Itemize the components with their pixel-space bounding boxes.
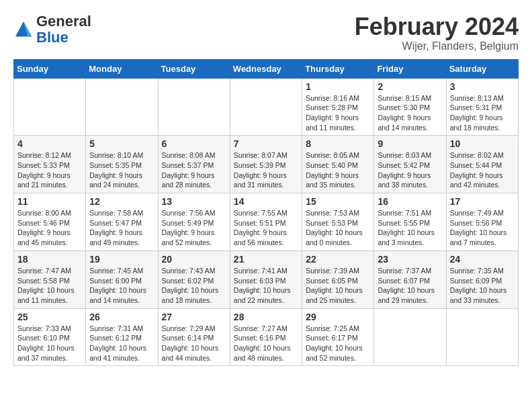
cell-w3-d6: 24Sunrise: 7:35 AMSunset: 6:09 PMDayligh…: [446, 250, 518, 308]
day-number: 26: [89, 312, 154, 322]
day-info: Sunrise: 8:16 AMSunset: 5:28 PMDaylight:…: [306, 93, 370, 133]
day-info: Sunrise: 8:07 AMSunset: 5:39 PMDaylight:…: [234, 150, 298, 190]
cell-w4-d0: 25Sunrise: 7:33 AMSunset: 6:10 PMDayligh…: [14, 308, 86, 366]
day-number: 10: [450, 138, 515, 149]
day-number: 20: [162, 254, 226, 265]
day-info: Sunrise: 7:53 AMSunset: 5:53 PMDaylight:…: [306, 208, 370, 248]
logo-general: General: [36, 13, 91, 30]
day-info: Sunrise: 8:08 AMSunset: 5:37 PMDaylight:…: [162, 150, 226, 190]
cell-w0-d5: 2Sunrise: 8:15 AMSunset: 5:30 PMDaylight…: [374, 78, 446, 136]
day-number: 22: [306, 254, 370, 265]
day-number: 13: [162, 196, 226, 207]
day-info: Sunrise: 8:05 AMSunset: 5:40 PMDaylight:…: [306, 150, 370, 190]
logo-icon: [13, 19, 34, 40]
cell-w3-d2: 20Sunrise: 7:43 AMSunset: 6:02 PMDayligh…: [158, 250, 230, 308]
day-info: Sunrise: 7:33 AMSunset: 6:10 PMDaylight:…: [17, 324, 82, 363]
day-info: Sunrise: 7:39 AMSunset: 6:05 PMDaylight:…: [306, 266, 370, 306]
day-info: Sunrise: 8:00 AMSunset: 5:46 PMDaylight:…: [17, 208, 82, 248]
week-row-1: 4Sunrise: 8:12 AMSunset: 5:33 PMDaylight…: [14, 136, 519, 193]
day-number: 1: [306, 81, 370, 92]
week-row-2: 11Sunrise: 8:00 AMSunset: 5:46 PMDayligh…: [14, 193, 519, 251]
cell-w4-d3: 28Sunrise: 7:27 AMSunset: 6:16 PMDayligh…: [230, 308, 302, 366]
week-row-4: 25Sunrise: 7:33 AMSunset: 6:10 PMDayligh…: [14, 308, 519, 366]
logo: General Blue: [13, 13, 91, 46]
day-info: Sunrise: 7:55 AMSunset: 5:51 PMDaylight:…: [234, 208, 298, 248]
day-info: Sunrise: 7:45 AMSunset: 6:00 PMDaylight:…: [89, 266, 154, 306]
calendar-table: Sunday Monday Tuesday Wednesday Thursday…: [13, 59, 519, 367]
cell-w2-d1: 12Sunrise: 7:58 AMSunset: 5:47 PMDayligh…: [86, 193, 158, 251]
day-info: Sunrise: 8:03 AMSunset: 5:42 PMDaylight:…: [378, 150, 442, 190]
day-info: Sunrise: 7:56 AMSunset: 5:49 PMDaylight:…: [162, 208, 226, 248]
day-number: 17: [450, 196, 515, 207]
cell-w4-d2: 27Sunrise: 7:29 AMSunset: 6:14 PMDayligh…: [158, 308, 230, 366]
day-info: Sunrise: 7:31 AMSunset: 6:12 PMDaylight:…: [89, 324, 154, 363]
day-info: Sunrise: 7:27 AMSunset: 6:16 PMDaylight:…: [234, 324, 298, 363]
day-number: 27: [162, 312, 226, 322]
cell-w1-d5: 9Sunrise: 8:03 AMSunset: 5:42 PMDaylight…: [374, 136, 446, 193]
cell-w0-d3: [230, 78, 302, 136]
day-info: Sunrise: 7:47 AMSunset: 5:58 PMDaylight:…: [17, 266, 82, 306]
cell-w3-d0: 18Sunrise: 7:47 AMSunset: 5:58 PMDayligh…: [14, 250, 86, 308]
day-info: Sunrise: 8:12 AMSunset: 5:33 PMDaylight:…: [17, 150, 82, 190]
cell-w1-d3: 7Sunrise: 8:07 AMSunset: 5:39 PMDaylight…: [230, 136, 302, 193]
day-info: Sunrise: 8:10 AMSunset: 5:35 PMDaylight:…: [89, 150, 154, 190]
day-number: 15: [306, 196, 370, 207]
cell-w2-d6: 17Sunrise: 7:49 AMSunset: 5:56 PMDayligh…: [446, 193, 518, 251]
cell-w1-d1: 5Sunrise: 8:10 AMSunset: 5:35 PMDaylight…: [86, 136, 158, 193]
cell-w1-d6: 10Sunrise: 8:02 AMSunset: 5:44 PMDayligh…: [446, 136, 518, 193]
col-sunday: Sunday: [14, 59, 86, 78]
day-info: Sunrise: 7:51 AMSunset: 5:55 PMDaylight:…: [378, 208, 442, 248]
cell-w0-d1: [86, 78, 158, 136]
cell-w2-d3: 14Sunrise: 7:55 AMSunset: 5:51 PMDayligh…: [230, 193, 302, 251]
header-row: Sunday Monday Tuesday Wednesday Thursday…: [14, 59, 519, 78]
day-info: Sunrise: 7:37 AMSunset: 6:07 PMDaylight:…: [378, 266, 442, 306]
day-info: Sunrise: 7:35 AMSunset: 6:09 PMDaylight:…: [450, 266, 515, 306]
day-number: 25: [17, 312, 82, 322]
col-monday: Monday: [86, 59, 158, 78]
cell-w0-d6: 3Sunrise: 8:13 AMSunset: 5:31 PMDaylight…: [446, 78, 518, 136]
day-info: Sunrise: 7:41 AMSunset: 6:03 PMDaylight:…: [234, 266, 298, 306]
logo-blue: Blue: [36, 29, 69, 46]
day-info: Sunrise: 7:49 AMSunset: 5:56 PMDaylight:…: [450, 208, 515, 248]
day-info: Sunrise: 7:58 AMSunset: 5:47 PMDaylight:…: [89, 208, 154, 248]
cell-w3-d3: 21Sunrise: 7:41 AMSunset: 6:03 PMDayligh…: [230, 250, 302, 308]
cell-w2-d0: 11Sunrise: 8:00 AMSunset: 5:46 PMDayligh…: [14, 193, 86, 251]
cell-w1-d0: 4Sunrise: 8:12 AMSunset: 5:33 PMDaylight…: [14, 136, 86, 193]
day-number: 8: [306, 138, 370, 149]
week-row-0: 1Sunrise: 8:16 AMSunset: 5:28 PMDaylight…: [14, 78, 519, 136]
day-number: 23: [378, 254, 442, 265]
week-row-3: 18Sunrise: 7:47 AMSunset: 5:58 PMDayligh…: [14, 250, 519, 308]
day-number: 2: [378, 81, 442, 92]
cell-w2-d5: 16Sunrise: 7:51 AMSunset: 5:55 PMDayligh…: [374, 193, 446, 251]
col-friday: Friday: [374, 59, 446, 78]
cell-w2-d2: 13Sunrise: 7:56 AMSunset: 5:49 PMDayligh…: [158, 193, 230, 251]
calendar-header: Sunday Monday Tuesday Wednesday Thursday…: [14, 59, 519, 78]
day-number: 7: [234, 138, 298, 149]
cell-w3-d1: 19Sunrise: 7:45 AMSunset: 6:00 PMDayligh…: [86, 250, 158, 308]
day-number: 28: [234, 312, 298, 322]
day-info: Sunrise: 8:13 AMSunset: 5:31 PMDaylight:…: [450, 93, 515, 133]
cell-w0-d4: 1Sunrise: 8:16 AMSunset: 5:28 PMDaylight…: [302, 78, 374, 136]
day-info: Sunrise: 8:15 AMSunset: 5:30 PMDaylight:…: [378, 93, 442, 133]
cell-w4-d1: 26Sunrise: 7:31 AMSunset: 6:12 PMDayligh…: [86, 308, 158, 366]
cell-w1-d2: 6Sunrise: 8:08 AMSunset: 5:37 PMDaylight…: [158, 136, 230, 193]
day-number: 29: [306, 312, 370, 322]
day-number: 14: [234, 196, 298, 207]
col-saturday: Saturday: [446, 59, 518, 78]
day-number: 19: [89, 254, 154, 265]
day-number: 9: [378, 138, 442, 149]
day-info: Sunrise: 7:29 AMSunset: 6:14 PMDaylight:…: [162, 324, 226, 363]
cell-w4-d6: [446, 308, 518, 366]
day-info: Sunrise: 7:43 AMSunset: 6:02 PMDaylight:…: [162, 266, 226, 306]
day-number: 5: [89, 138, 154, 149]
day-number: 6: [162, 138, 226, 149]
day-number: 21: [234, 254, 298, 265]
cell-w4-d5: [374, 308, 446, 366]
col-tuesday: Tuesday: [158, 59, 230, 78]
day-number: 24: [450, 254, 515, 265]
cell-w3-d5: 23Sunrise: 7:37 AMSunset: 6:07 PMDayligh…: [374, 250, 446, 308]
cell-w2-d4: 15Sunrise: 7:53 AMSunset: 5:53 PMDayligh…: [302, 193, 374, 251]
cell-w1-d4: 8Sunrise: 8:05 AMSunset: 5:40 PMDaylight…: [302, 136, 374, 193]
day-number: 12: [89, 196, 154, 207]
day-info: Sunrise: 8:02 AMSunset: 5:44 PMDaylight:…: [450, 150, 515, 190]
